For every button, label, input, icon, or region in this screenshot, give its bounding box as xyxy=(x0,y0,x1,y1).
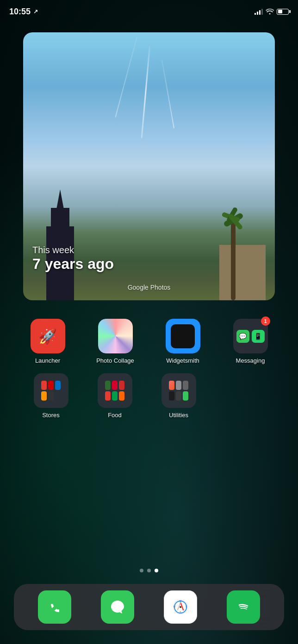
amazon-mini-icon xyxy=(41,391,47,401)
app-row-2: Stores Food xyxy=(14,373,284,419)
messages-svg xyxy=(107,597,128,617)
palm-tree xyxy=(219,208,247,300)
spotify-svg xyxy=(234,597,253,617)
phone-icon[interactable] xyxy=(38,590,71,624)
safari-svg: N S W E xyxy=(170,597,191,617)
app-item-food[interactable]: Food xyxy=(85,373,145,419)
widget-subtitle: This week xyxy=(32,245,114,255)
contrail-1 xyxy=(141,46,150,139)
food4-mini-icon xyxy=(105,391,111,401)
messaging-folder-icon[interactable]: 💬 📱 1 xyxy=(233,319,268,353)
rocket-icon: 🚀 xyxy=(38,328,57,345)
status-icons xyxy=(255,8,289,16)
stores-folder-grid xyxy=(37,377,65,404)
util6-mini-icon xyxy=(183,391,188,401)
food2-mini-icon xyxy=(112,381,118,390)
svg-text:W: W xyxy=(174,605,176,608)
photo-background: This week 7 years ago Google Photos xyxy=(23,32,275,300)
location-arrow-icon: ↗ xyxy=(33,8,38,15)
food-folder-grid xyxy=(101,377,129,404)
dock-app-safari[interactable]: N S W E xyxy=(164,590,197,624)
status-bar: 10:55 ↗ xyxy=(0,0,298,23)
widget-title: 7 years ago xyxy=(32,255,114,273)
store3-mini-icon xyxy=(55,381,61,390)
utilities-label: Utilities xyxy=(169,412,188,419)
church-silhouette xyxy=(37,171,83,300)
widgetsmith-icon[interactable] xyxy=(166,319,200,353)
contrail-2 xyxy=(161,60,174,128)
app-row-1: 🚀 Launcher Photo Collage Widgetsmith 💬 xyxy=(14,319,284,364)
spotify-icon[interactable] xyxy=(227,590,260,624)
whatsapp-mini-icon: 📱 xyxy=(252,330,265,343)
food6-mini-icon xyxy=(119,391,124,401)
dock-app-messages[interactable] xyxy=(101,590,134,624)
time-display: 10:55 xyxy=(9,7,31,17)
app-item-utilities[interactable]: Utilities xyxy=(149,373,209,419)
food-label: Food xyxy=(108,412,122,419)
page-dot-1[interactable] xyxy=(140,569,143,572)
photo-collage-graphic xyxy=(98,319,133,353)
church-steeple xyxy=(53,189,67,226)
photo-collage-label: Photo Collage xyxy=(96,357,134,364)
safari-icon[interactable]: N S W E xyxy=(164,590,197,624)
photo-widget[interactable]: This week 7 years ago Google Photos xyxy=(23,32,275,300)
photo-collage-icon[interactable] xyxy=(98,319,133,353)
battery-icon xyxy=(277,9,289,15)
messaging-label: Messaging xyxy=(236,357,265,364)
target-mini-icon xyxy=(41,381,47,390)
svg-line-3 xyxy=(178,602,180,610)
palm-trunk xyxy=(231,217,236,300)
app-item-stores[interactable]: Stores xyxy=(21,373,81,419)
messages-icon[interactable] xyxy=(101,590,134,624)
util3-mini-icon xyxy=(183,381,188,390)
util5-mini-icon xyxy=(176,391,181,401)
page-dots xyxy=(140,569,158,572)
app-item-widgetsmith[interactable]: Widgetsmith xyxy=(153,319,213,364)
app-item-photo-collage[interactable]: Photo Collage xyxy=(85,319,145,364)
utilities-folder-icon[interactable] xyxy=(161,373,196,408)
food3-mini-icon xyxy=(119,381,124,390)
page-dot-3[interactable] xyxy=(155,569,158,572)
svg-point-4 xyxy=(180,606,181,608)
widgetsmith-label: Widgetsmith xyxy=(166,357,199,364)
starbucks-mini-icon xyxy=(112,391,118,401)
status-time: 10:55 ↗ xyxy=(9,7,38,17)
messaging-folder-contents: 💬 📱 xyxy=(236,322,265,350)
stores-folder-icon[interactable] xyxy=(34,373,68,408)
widget-text-overlay: This week 7 years ago xyxy=(32,245,114,273)
uber-eats-mini-icon xyxy=(105,381,111,390)
page-dot-2[interactable] xyxy=(147,569,151,572)
widgetsmith-square xyxy=(171,324,195,348)
store5-mini-icon xyxy=(48,391,54,401)
dock-app-phone[interactable] xyxy=(38,590,71,624)
store2-mini-icon xyxy=(48,381,54,390)
calculator-mini-icon xyxy=(169,391,174,401)
stores-label: Stores xyxy=(42,412,60,419)
util2-mini-icon xyxy=(176,381,181,390)
messaging-badge: 1 xyxy=(261,316,270,326)
app-item-messaging[interactable]: 💬 📱 1 Messaging xyxy=(220,319,280,364)
phone-svg xyxy=(45,598,64,616)
imessage-mini-icon: 💬 xyxy=(236,330,249,343)
util1-mini-icon xyxy=(169,381,174,390)
store6-mini-icon xyxy=(55,391,61,401)
widget-source: Google Photos xyxy=(128,284,171,291)
svg-line-2 xyxy=(180,602,183,610)
launcher-icon[interactable]: 🚀 xyxy=(31,319,65,353)
launcher-label: Launcher xyxy=(35,357,60,364)
app-item-launcher[interactable]: 🚀 Launcher xyxy=(18,319,78,364)
app-grid: 🚀 Launcher Photo Collage Widgetsmith 💬 xyxy=(14,319,284,428)
contrail-3 xyxy=(115,37,137,117)
svg-text:N: N xyxy=(180,600,181,602)
dock-app-spotify[interactable] xyxy=(227,590,260,624)
dock: N S W E xyxy=(14,584,284,630)
signal-icon xyxy=(255,8,263,15)
food-folder-icon[interactable] xyxy=(98,373,132,408)
svg-point-9 xyxy=(234,597,253,617)
utilities-folder-grid xyxy=(165,377,192,404)
wifi-icon xyxy=(266,8,274,16)
